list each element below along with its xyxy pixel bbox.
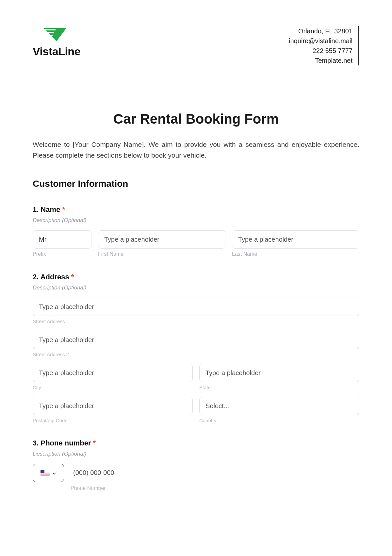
question-name-description: Description (Optional) (33, 217, 359, 224)
contact-block: Orlando, FL 32801 inquire@vistaline.mail… (289, 26, 359, 65)
street-address-field[interactable] (33, 298, 359, 316)
state-field[interactable] (199, 364, 359, 382)
city-sublabel: City (33, 385, 193, 390)
contact-site: Template.net (289, 56, 352, 65)
phone-country-select[interactable] (33, 464, 64, 482)
page-title: Car Rental Booking Form (33, 111, 359, 127)
contact-email: inquire@vistaline.mail (289, 36, 352, 46)
question-address-label-text: 2. Address (33, 273, 69, 281)
question-name: 1. Name * Description (Optional) Prefix … (33, 205, 359, 257)
required-marker: * (71, 273, 74, 281)
brand-logo-block: VistaLine (33, 26, 80, 58)
last-name-field[interactable] (232, 230, 359, 249)
header: VistaLine Orlando, FL 32801 inquire@vist… (33, 26, 359, 65)
contact-address: Orlando, FL 32801 (289, 26, 352, 36)
question-phone-label: 3. Phone number * (33, 439, 359, 447)
question-phone: 3. Phone number * Description (Optional)… (33, 439, 359, 491)
question-address: 2. Address * Description (Optional) Stre… (33, 273, 359, 423)
question-address-label: 2. Address * (33, 273, 359, 281)
state-sublabel: State (199, 385, 359, 390)
last-name-sublabel: Last Name (232, 251, 359, 257)
svg-rect-2 (42, 32, 54, 33)
prefix-field[interactable] (33, 230, 91, 249)
brand-name: VistaLine (33, 45, 80, 58)
street-address-2-field[interactable] (33, 331, 359, 349)
city-field[interactable] (33, 364, 193, 382)
postal-sublabel: Postal/Zip Code (33, 418, 193, 423)
postal-field[interactable] (33, 397, 193, 415)
chevron-down-icon (52, 471, 56, 475)
section-heading-customer-info: Customer Information (33, 179, 359, 189)
svg-rect-3 (44, 35, 53, 36)
intro-text: Welcome to [Your Company Name]. We aim t… (33, 139, 359, 161)
question-name-label: 1. Name * (33, 205, 359, 214)
country-select[interactable] (199, 397, 359, 415)
first-name-sublabel: First Name (98, 251, 225, 257)
question-phone-description: Description (Optional) (33, 451, 359, 457)
question-phone-label-text: 3. Phone number (33, 439, 91, 447)
svg-rect-1 (41, 29, 56, 30)
question-name-label-text: 1. Name (33, 205, 60, 214)
contact-phone: 222 555 7777 (289, 46, 352, 56)
brand-logo-icon (39, 26, 74, 44)
us-flag-icon (41, 470, 50, 476)
required-marker: * (93, 439, 96, 447)
country-sublabel: Country (199, 418, 359, 423)
required-marker: * (62, 205, 65, 214)
prefix-sublabel: Prefix (33, 251, 91, 257)
first-name-field[interactable] (98, 230, 225, 249)
question-address-description: Description (Optional) (33, 285, 359, 291)
phone-number-sublabel: Phone Number (71, 485, 359, 491)
street-address-sublabel: Street Address (33, 319, 359, 324)
street-address-2-sublabel: Street Address 2 (33, 352, 359, 357)
phone-number-field[interactable] (71, 464, 359, 482)
